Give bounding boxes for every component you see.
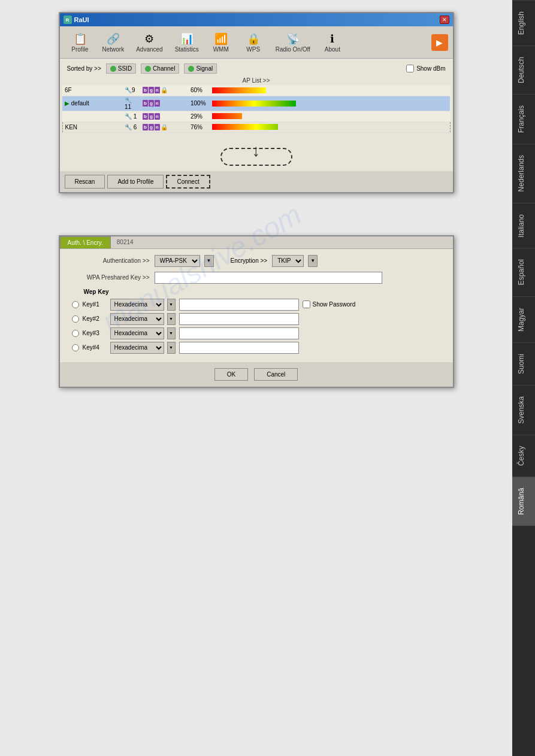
radio-label: Radio On/Off <box>276 46 310 53</box>
connect-button[interactable]: Connect <box>166 175 210 189</box>
window-controls: ✕ <box>440 16 449 24</box>
lang-suomi[interactable]: Suomi <box>512 342 535 385</box>
toolbar: 📋 Profile 🔗 Network ⚙ Advanced 📊 Statist… <box>60 26 453 59</box>
auth-encry-tab[interactable]: Auth. \ Encry. <box>60 236 111 248</box>
key3-input[interactable] <box>179 327 299 339</box>
badge-g: g <box>149 124 154 130</box>
table-row[interactable]: 🔧 1 b g n 29% <box>62 111 450 122</box>
toolbar-item-statistics[interactable]: 📊 Statistics <box>170 29 204 56</box>
key2-format-arrow[interactable]: ▼ <box>167 313 176 325</box>
show-password-checkbox[interactable] <box>303 300 310 308</box>
toolbar-arrow-button[interactable]: ▶ <box>431 34 448 51</box>
rescan-button[interactable]: Rescan <box>65 175 105 189</box>
cancel-button[interactable]: Cancel <box>254 368 298 381</box>
key4-input[interactable] <box>179 342 299 354</box>
dialog-buttons: OK Cancel <box>60 362 453 387</box>
ssid-dot <box>110 66 116 72</box>
lang-romana[interactable]: Română <box>512 476 535 526</box>
lang-deutsch[interactable]: Deutsch <box>512 45 535 94</box>
lock-icon: 🔒 <box>161 87 168 93</box>
toolbar-item-profile[interactable]: 📋 Profile <box>65 29 96 56</box>
wpa-key-row: WPA Preshared Key >> <box>72 272 441 284</box>
key3-radio[interactable] <box>72 330 79 337</box>
signal-sort-btn[interactable]: Signal <box>184 63 217 74</box>
lang-svenska[interactable]: Svenska <box>512 385 535 435</box>
channel-sort-btn[interactable]: Channel <box>141 63 179 74</box>
key2-format-select[interactable]: Hexadecima <box>110 313 164 325</box>
signal-bar <box>212 87 266 93</box>
key4-row: Key#4 Hexadecima ▼ <box>72 342 441 354</box>
protocol-badges: b g n <box>143 113 186 120</box>
auth-dialog: Auth. \ Encry. 80214 Authentication >> W… <box>59 235 454 388</box>
ssid-cell <box>62 111 122 122</box>
add-to-profile-button[interactable]: Add to Profile <box>107 175 164 189</box>
key4-format-select[interactable]: Hexadecima <box>110 342 164 354</box>
lang-english[interactable]: English <box>512 0 535 45</box>
toolbar-item-network[interactable]: 🔗 Network <box>97 29 130 56</box>
dashed-circle <box>220 148 292 166</box>
wep-key-section: Wep Key Key#1 Hexadecima ▼ Show Password <box>72 289 441 354</box>
lang-cesky[interactable]: Česky <box>512 435 535 476</box>
app-title: RaUI <box>74 16 89 23</box>
toolbar-item-wps[interactable]: 🔒 WPS <box>238 29 269 56</box>
lang-magyar[interactable]: Magyar <box>512 296 535 342</box>
toolbar-item-radio[interactable]: 📡 Radio On/Off <box>270 29 316 56</box>
key2-radio[interactable] <box>72 315 79 323</box>
profile-label: Profile <box>71 46 88 53</box>
play-icon: ▶ <box>65 100 69 107</box>
table-row[interactable]: ▶ default 🔧 11 b g n 100% <box>62 96 450 111</box>
lang-nederlands[interactable]: Nederlands <box>512 144 535 202</box>
key1-format-arrow[interactable]: ▼ <box>167 299 176 311</box>
key2-input[interactable] <box>179 313 299 325</box>
wpa-key-input[interactable] <box>155 272 382 284</box>
table-row[interactable]: 6F 🔧9 b g n 🔒 60% <box>62 85 450 96</box>
authentication-select[interactable]: WPA-PSK <box>155 255 200 267</box>
ssid-sort-btn[interactable]: SSID <box>106 63 136 74</box>
authentication-arrow[interactable]: ▼ <box>204 255 214 267</box>
badge-b: b <box>143 100 148 107</box>
toolbar-item-wmm[interactable]: 📶 WMM <box>205 29 237 56</box>
ssid-label: SSID <box>118 65 132 72</box>
lang-italiano[interactable]: Italiano <box>512 203 535 248</box>
statistics-icon: 📊 <box>179 32 195 46</box>
key3-format-arrow[interactable]: ▼ <box>167 327 176 339</box>
lock-icon: 🔒 <box>161 124 168 130</box>
authentication-label: Authentication >> <box>72 257 150 264</box>
badge-g: g <box>149 87 154 93</box>
ssid-cell: 6F <box>62 85 122 96</box>
encryption-arrow[interactable]: ▼ <box>308 255 318 267</box>
signal-bar <box>212 124 278 130</box>
lang-espanol[interactable]: Español <box>512 248 535 296</box>
key4-format-arrow[interactable]: ▼ <box>167 342 176 354</box>
wps-icon: 🔒 <box>245 32 262 46</box>
wpa-key-label: WPA Preshared Key >> <box>72 274 150 281</box>
authentication-row: Authentication >> WPA-PSK ▼ Encryption >… <box>72 255 441 267</box>
window-titlebar: R RaUI ✕ <box>60 13 453 26</box>
badge-g: g <box>149 113 154 120</box>
key1-format-select[interactable]: Hexadecima <box>110 299 164 311</box>
close-button[interactable]: ✕ <box>440 16 449 24</box>
lang-francais[interactable]: Français <box>512 94 535 144</box>
language-sidebar: English Deutsch Français Nederlands Ital… <box>512 0 535 756</box>
key4-radio[interactable] <box>72 344 79 351</box>
show-password-label: Show Password <box>313 301 356 308</box>
show-dbm-checkbox[interactable] <box>406 65 414 72</box>
toolbar-item-advanced[interactable]: ⚙ Advanced <box>131 29 168 56</box>
toolbar-item-about[interactable]: ℹ About <box>317 29 348 56</box>
signal-bar-container <box>212 124 448 130</box>
app-icon: R <box>64 16 72 24</box>
key1-input[interactable] <box>179 299 299 311</box>
key1-radio[interactable] <box>72 301 79 308</box>
encryption-select[interactable]: TKIP <box>272 255 304 267</box>
window-title: R RaUI <box>64 16 89 24</box>
ok-button[interactable]: OK <box>214 368 248 381</box>
signal-bar-container <box>212 113 448 119</box>
key3-format-select[interactable]: Hexadecima <box>110 327 164 339</box>
table-row[interactable]: KEN 🔧 6 b g n 🔒 76% <box>62 122 450 132</box>
statistics-label: Statistics <box>175 46 199 53</box>
badge-b: b <box>143 113 148 120</box>
protocol-badges: b g n <box>143 100 186 107</box>
key3-label: Key#3 <box>83 330 107 336</box>
show-dbm-area: Show dBm <box>406 65 445 72</box>
network-icon: 🔗 <box>105 32 122 46</box>
